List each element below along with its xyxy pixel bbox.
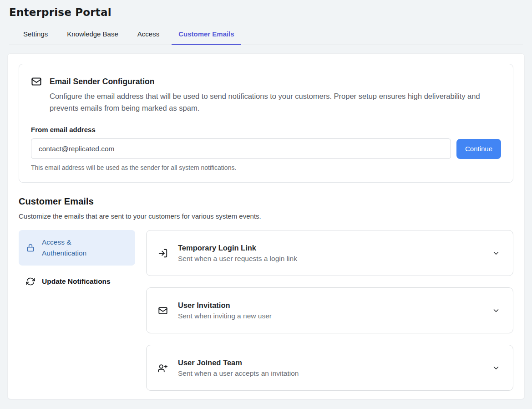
email-card-info: User Joined Team Sent when a user accept… — [178, 358, 482, 378]
tab-access[interactable]: Access — [131, 26, 166, 45]
category-access-authentication[interactable]: Access & Authentication — [19, 230, 135, 266]
sender-config-description: Configure the email address that will be… — [50, 90, 496, 114]
email-card-description: Sent when a user accepts an invitation — [178, 369, 482, 378]
login-icon — [158, 248, 168, 258]
chevron-down-icon[interactable] — [492, 364, 500, 372]
continue-button[interactable]: Continue — [456, 139, 501, 159]
refresh-icon — [26, 277, 35, 286]
email-card-user-joined-team[interactable]: User Joined Team Sent when a user accept… — [146, 345, 513, 391]
email-card-description: Sent when a user requests a login link — [178, 255, 482, 263]
email-card-title: User Joined Team — [178, 358, 482, 367]
category-label: Update Notifications — [42, 277, 111, 286]
from-email-input[interactable] — [31, 138, 451, 159]
from-email-row: Continue — [31, 138, 501, 159]
from-email-label: From email address — [31, 126, 501, 133]
email-card-info: User Invitation Sent when inviting a new… — [178, 301, 482, 320]
sender-helper-text: This email address will be used as the s… — [31, 164, 501, 171]
email-card-title: Temporary Login Link — [178, 244, 482, 252]
lock-icon — [26, 243, 35, 252]
email-card-description: Sent when inviting a new user — [178, 312, 482, 320]
chevron-down-icon[interactable] — [492, 307, 500, 315]
email-card-info: Temporary Login Link Sent when a user re… — [178, 244, 482, 263]
email-category-list: Access & Authentication Update Notificat… — [19, 230, 135, 293]
tab-settings[interactable]: Settings — [16, 26, 55, 45]
email-sender-card: Email Sender Configuration Configure the… — [19, 64, 513, 183]
category-update-notifications[interactable]: Update Notifications — [19, 270, 135, 293]
email-accordion-list: Temporary Login Link Sent when a user re… — [146, 230, 513, 391]
tab-knowledge-base[interactable]: Knowledge Base — [60, 26, 125, 45]
chevron-down-icon[interactable] — [492, 249, 500, 257]
page-title: Enterprise Portal — [9, 6, 523, 18]
mail-icon — [158, 306, 168, 316]
mail-icon — [31, 76, 42, 87]
customer-emails-title: Customer Emails — [19, 196, 513, 207]
tab-bar: Settings Knowledge Base Access Customer … — [9, 26, 523, 45]
customer-emails-layout: Access & Authentication Update Notificat… — [19, 230, 513, 391]
category-label: Access & Authentication — [42, 237, 97, 259]
tab-customer-emails[interactable]: Customer Emails — [172, 26, 241, 45]
email-sender-card-header: Email Sender Configuration — [31, 76, 501, 87]
page-header: Enterprise Portal Settings Knowledge Bas… — [0, 0, 532, 45]
email-card-title: User Invitation — [178, 301, 482, 310]
email-card-user-invitation[interactable]: User Invitation Sent when inviting a new… — [146, 287, 513, 333]
content-panel: Email Sender Configuration Configure the… — [7, 53, 525, 399]
user-plus-icon — [158, 363, 168, 373]
customer-emails-subtitle: Customize the emails that are sent to yo… — [19, 212, 513, 220]
email-card-temporary-login-link[interactable]: Temporary Login Link Sent when a user re… — [146, 230, 513, 276]
sender-config-title: Email Sender Configuration — [50, 77, 154, 87]
